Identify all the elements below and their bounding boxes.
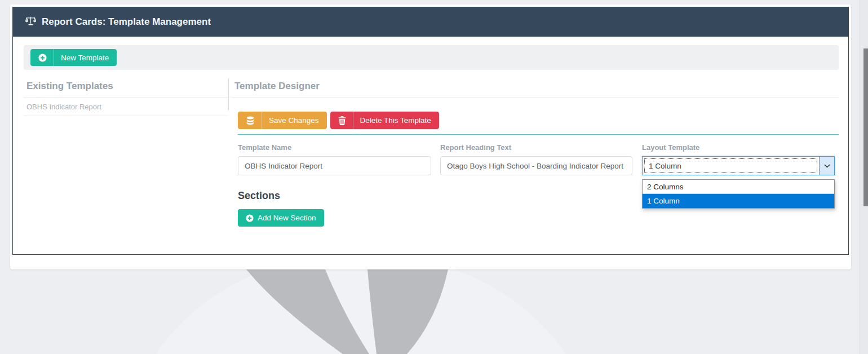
existing-templates-heading: Existing Templates [24, 77, 228, 98]
balance-scale-icon [25, 16, 36, 29]
template-name-field-group: Template Name [238, 143, 431, 175]
chevron-down-icon[interactable] [819, 157, 834, 175]
designer-divider-rule [238, 134, 839, 135]
report-heading-input[interactable] [440, 156, 632, 175]
report-heading-field-group: Report Heading Text [440, 143, 632, 175]
content-columns: Existing Templates OBHS Indicator Report… [24, 77, 839, 227]
layout-template-selected-value: 1 Column [644, 158, 817, 173]
designer-content: Save Changes [232, 112, 839, 227]
database-icon [246, 116, 255, 125]
layout-template-label: Layout Template [642, 143, 835, 152]
new-template-button[interactable]: New Template [30, 49, 117, 66]
existing-templates-panel: Existing Templates OBHS Indicator Report [24, 77, 228, 227]
plus-circle-icon [246, 214, 254, 222]
column-divider [228, 78, 229, 110]
template-fields-row: Template Name Report Heading Text Layout… [238, 143, 839, 175]
panel-header: Report Cards: Template Management [13, 7, 848, 37]
layout-option-1-column[interactable]: 1 Column [643, 194, 834, 208]
vertical-scrollbar[interactable] [860, 0, 868, 354]
page-title: Report Cards: Template Management [42, 16, 211, 28]
save-changes-label: Save Changes [269, 116, 319, 125]
button-divider [54, 49, 54, 66]
delete-template-button[interactable]: Delete This Template [330, 112, 439, 129]
save-changes-button[interactable]: Save Changes [238, 112, 327, 129]
button-divider [262, 112, 262, 129]
plus-circle-icon [38, 54, 47, 62]
template-designer-heading: Template Designer [232, 77, 839, 98]
layout-template-dropdown: 2 Columns 1 Column [642, 179, 835, 209]
background-logo-watermark [0, 269, 868, 354]
delete-template-label: Delete This Template [360, 116, 431, 125]
panel-body: New Template Existing Templates OBHS Ind… [13, 37, 848, 227]
add-new-section-label: Add New Section [258, 214, 316, 222]
report-heading-label: Report Heading Text [440, 143, 632, 152]
template-designer-panel: Template Designer [228, 77, 839, 227]
add-new-section-button[interactable]: Add New Section [238, 209, 324, 227]
new-template-label: New Template [61, 54, 109, 62]
layout-template-field-group: Layout Template 1 Column [642, 143, 835, 175]
scrollbar-thumb[interactable] [863, 48, 868, 206]
layout-template-select[interactable]: 1 Column [642, 156, 835, 175]
template-management-panel: Report Cards: Template Management New Te… [12, 7, 849, 255]
template-name-input[interactable] [238, 156, 431, 175]
template-name-label: Template Name [238, 143, 431, 152]
toolbar: New Template [24, 45, 839, 70]
page-card: Report Cards: Template Management New Te… [10, 5, 851, 269]
trash-icon [338, 116, 346, 125]
layout-option-2-columns[interactable]: 2 Columns [643, 180, 834, 194]
template-list-item[interactable]: OBHS Indicator Report [24, 98, 228, 116]
designer-action-row: Save Changes [238, 112, 839, 129]
button-divider [353, 112, 353, 129]
